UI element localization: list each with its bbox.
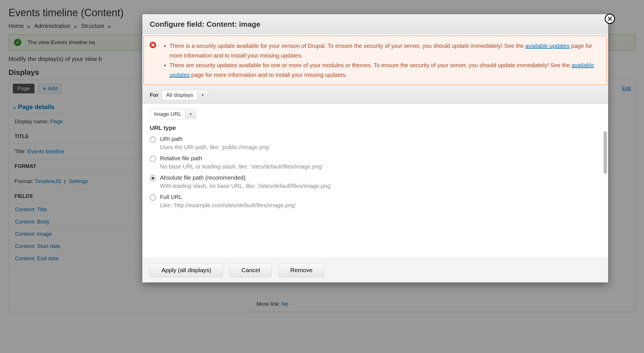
cancel-button[interactable]: Cancel: [230, 263, 272, 277]
apply-button[interactable]: Apply (all displays): [150, 263, 223, 277]
for-toolbar: For All displays ▼: [142, 86, 608, 104]
configure-field-modal: ✕ Configure field: Content: image There …: [142, 14, 608, 282]
radio-icon: [150, 156, 156, 162]
for-label: For: [150, 92, 159, 98]
radio-full-url[interactable]: Full URL Like: 'http://example.com/sites…: [150, 194, 601, 209]
chevron-down-icon: ▼: [185, 110, 196, 118]
error-icon: [149, 42, 156, 48]
warning-item: There is a security update available for…: [169, 41, 602, 60]
radio-uri-path[interactable]: URI path Uses the URI path, like: 'publi…: [150, 136, 601, 151]
available-updates-link[interactable]: available updates: [525, 43, 570, 49]
url-type-label: URL type: [150, 124, 601, 131]
remove-button[interactable]: Remove: [278, 263, 324, 277]
radio-absolute-path[interactable]: Absolute file path (recommended) With le…: [150, 175, 601, 189]
security-warning: There is a security update available for…: [143, 36, 607, 85]
radio-icon: [150, 194, 156, 201]
modal-title: Configure field: Content: image: [142, 14, 608, 34]
radio-icon: [150, 136, 156, 143]
warning-item: There are security updates available for…: [169, 60, 602, 80]
formatter-select[interactable]: Image URL ▼: [150, 109, 196, 119]
for-select[interactable]: All displays ▼: [162, 90, 208, 100]
radio-relative-path[interactable]: Relative file path No base URL or leadin…: [150, 155, 601, 170]
chevron-down-icon: ▼: [197, 91, 208, 99]
scrollbar-thumb[interactable]: [604, 131, 607, 174]
close-button[interactable]: ✕: [605, 14, 615, 24]
close-icon: ✕: [607, 15, 613, 23]
radio-icon: [150, 175, 156, 181]
